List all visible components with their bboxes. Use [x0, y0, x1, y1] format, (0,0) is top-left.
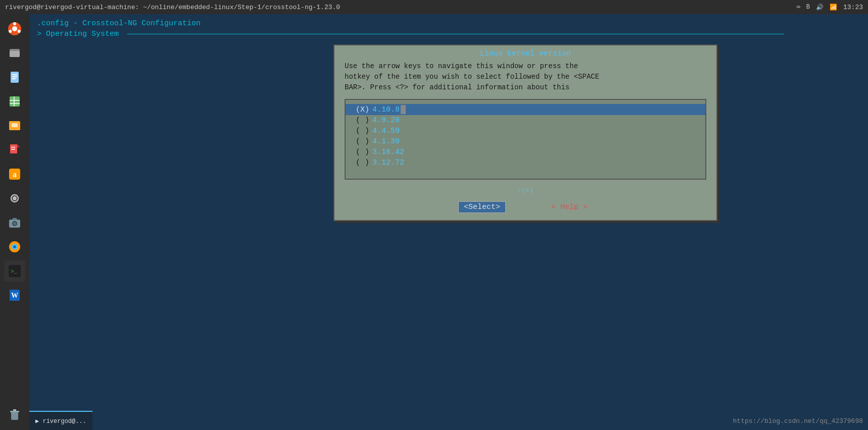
svg-point-1: [12, 26, 17, 31]
sidebar-item-firefox[interactable]: [4, 236, 25, 257]
list-item[interactable]: ( ) 3.16.42: [346, 147, 705, 157]
svg-point-31: [13, 245, 16, 248]
dialog-desc-line1: Use the arrow keys to navigate this wind…: [345, 61, 706, 72]
svg-rect-9: [12, 76, 17, 77]
wifi-icon: 📶: [830, 4, 837, 11]
svg-text:W: W: [11, 292, 18, 299]
sidebar-item-writer[interactable]: [4, 139, 25, 160]
svg-point-27: [13, 222, 16, 225]
help-button[interactable]: < Help >: [546, 201, 593, 213]
terminal-line2: > Operating System: [37, 30, 860, 38]
radio-indicator: ( ): [356, 127, 369, 135]
dialog-list: (X) 4.10.8( ) 4.9.20( ) 4.4.59( ) 4.1.39…: [345, 99, 706, 180]
svg-text:a: a: [13, 170, 17, 179]
svg-rect-37: [10, 411, 19, 412]
dialog-description: Use the arrow keys to navigate this wind…: [334, 61, 716, 99]
version-label: 4.9.20: [372, 116, 400, 125]
sidebar-item-slides[interactable]: [4, 115, 25, 136]
radio-indicator: ( ): [356, 137, 369, 146]
sidebar-item-amazon[interactable]: a: [4, 164, 25, 185]
svg-rect-38: [13, 409, 16, 411]
svg-marker-18: [17, 144, 20, 147]
title-bar: rivergod@rivergod-virtual-machine: ~/onl…: [0, 0, 868, 14]
dialog-desc-line3: BAR>. Press <?> for additional informati…: [345, 82, 706, 93]
version-label: 4.10.8: [372, 105, 400, 114]
svg-rect-11: [10, 96, 20, 106]
volume-icon: 🔊: [816, 4, 824, 11]
taskbar-terminal-item[interactable]: ▶ rivergod@...: [29, 411, 92, 430]
cursor: [401, 105, 406, 114]
svg-point-4: [9, 30, 12, 33]
list-item[interactable]: (X) 4.10.8: [346, 104, 705, 115]
dialog-overlay: Linux kernel version Use the arrow keys …: [333, 44, 717, 221]
select-button[interactable]: <Select>: [458, 201, 506, 213]
terminal-config-text: .config - Crosstool-NG Configuration: [37, 19, 201, 28]
list-item[interactable]: ( ) 4.1.39: [346, 136, 705, 147]
version-label: 4.1.39: [372, 137, 400, 146]
list-item[interactable]: ( ) 4.4.59: [346, 126, 705, 136]
dialog-buttons: <Select> < Help >: [334, 196, 716, 220]
svg-rect-20: [11, 149, 15, 150]
version-label: 3.12.72: [372, 158, 404, 167]
sidebar-item-ubuntu[interactable]: [4, 18, 25, 39]
terminal-area: .config - Crosstool-NG Configuration > O…: [29, 14, 868, 430]
version-label: 4.4.59: [372, 127, 400, 135]
svg-rect-28: [13, 218, 17, 220]
svg-point-3: [18, 30, 21, 33]
bluetooth-icon: B: [806, 4, 810, 11]
sidebar: a >_ W: [0, 14, 29, 430]
terminal-line1: .config - Crosstool-NG Configuration: [37, 19, 860, 28]
sidebar-item-camera[interactable]: [4, 212, 25, 233]
sidebar-item-settings[interactable]: [4, 188, 25, 209]
version-label: 3.16.42: [372, 148, 404, 156]
dialog-box: Linux kernel version Use the arrow keys …: [333, 44, 717, 221]
svg-rect-36: [11, 412, 18, 420]
title-bar-text: rivergod@rivergod-virtual-machine: ~/onl…: [5, 4, 340, 11]
sidebar-item-docs[interactable]: [4, 67, 25, 88]
terminal-os-text: > Operating System: [37, 30, 119, 38]
keyboard-icon: ⌨: [797, 4, 800, 11]
svg-point-23: [13, 196, 17, 200]
dialog-title: Linux kernel version: [334, 45, 716, 61]
radio-indicator: ( ): [356, 116, 369, 125]
clock: 13:23: [843, 4, 863, 11]
radio-indicator: ( ): [356, 158, 369, 167]
taskbar-terminal-label: ▶ rivergod@...: [35, 417, 86, 425]
svg-point-2: [13, 22, 16, 25]
svg-rect-6: [10, 51, 20, 57]
svg-rect-19: [11, 147, 15, 148]
svg-text:>_: >_: [11, 268, 18, 275]
scroll-indicator: ↓(+): [334, 185, 716, 196]
radio-indicator: (X): [356, 105, 369, 114]
title-bar-icons: ⌨ B 🔊 📶 13:23: [797, 4, 863, 11]
svg-rect-8: [12, 74, 17, 75]
dialog-desc-line2: hotkey of the item you wish to select fo…: [345, 72, 706, 82]
sidebar-item-word[interactable]: W: [4, 285, 25, 306]
sidebar-item-trash[interactable]: [4, 404, 25, 425]
list-item[interactable]: ( ) 4.9.20: [346, 115, 705, 126]
radio-indicator: ( ): [356, 148, 369, 156]
status-url: https://blog.csdn.net/qq_42379698: [733, 417, 863, 425]
svg-rect-16: [12, 123, 18, 127]
sidebar-item-terminal[interactable]: >_: [4, 260, 25, 282]
sidebar-item-sheets[interactable]: [4, 91, 25, 112]
list-item[interactable]: ( ) 3.12.72: [346, 157, 705, 168]
sidebar-item-files[interactable]: [4, 42, 25, 64]
svg-rect-10: [12, 78, 16, 79]
